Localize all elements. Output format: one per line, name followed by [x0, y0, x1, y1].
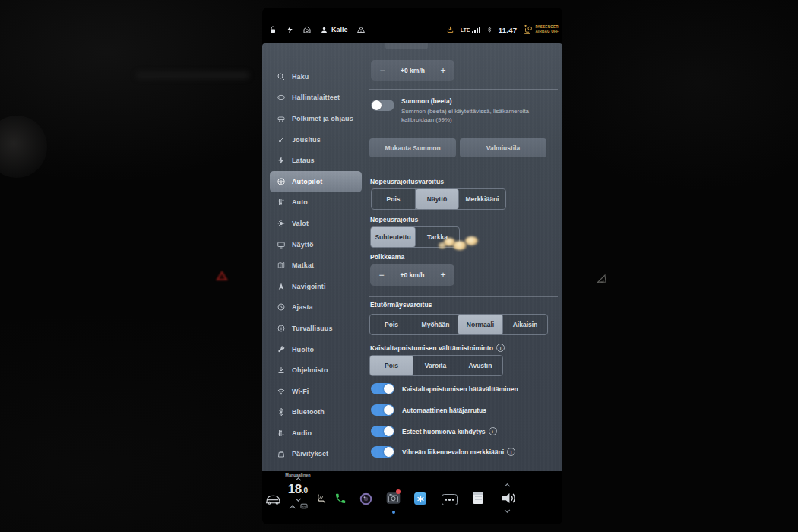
sidebar-item-navigointi[interactable]: Navigointi [270, 276, 362, 297]
sidebar-item-ajasta[interactable]: Ajasta [270, 297, 362, 318]
segment-option-avustin[interactable]: Avustin [458, 356, 502, 375]
sidebar-label: Haku [292, 73, 309, 81]
phone-app-icon[interactable] [334, 492, 347, 505]
info-icon[interactable] [489, 427, 497, 435]
dashcam-app-icon[interactable] [359, 492, 372, 505]
sidebar-item-autopilot[interactable]: Autopilot [270, 171, 362, 192]
toggle-label: Automaattinen hätäjarrutus [402, 407, 486, 414]
obstacle-aware-acceleration-toggle[interactable] [371, 426, 394, 437]
sidebar-item-matkat[interactable]: Matkat [270, 255, 362, 276]
cellular-status: LTE [461, 26, 480, 33]
climate-control[interactable]: Manuaalinen 18 .0 [279, 473, 317, 509]
segment-option-aikaisin[interactable]: Aikaisin [503, 315, 547, 334]
segment-option-tarkka[interactable]: Tarkka [416, 227, 459, 247]
segment-option-naytto-selected[interactable]: Näyttö [416, 189, 459, 209]
speed-limit-label: Nopeusrajoitus [370, 216, 418, 223]
stepper-value: +0 km/h [393, 271, 432, 279]
temp-down-icon[interactable] [295, 498, 302, 502]
pedals-steering-icon [277, 114, 286, 123]
volume-speaker-icon[interactable] [501, 492, 517, 505]
search-icon [277, 72, 286, 81]
sidebar-item-turvallisuus[interactable]: Turvallisuus [270, 318, 362, 339]
temperature-value[interactable]: 18 .0 [288, 482, 308, 497]
scrolled-control-fragment [385, 43, 428, 49]
info-icon[interactable] [507, 448, 515, 456]
segment-option-suhteutettu-selected[interactable]: Suhteutettu [371, 227, 416, 247]
homelink-icon[interactable] [302, 25, 312, 34]
lane-departure-avoidance-toggle[interactable] [371, 383, 394, 394]
wifi-icon [277, 387, 286, 396]
sidebar-item-auto[interactable]: Auto [270, 192, 362, 214]
automatic-emergency-braking-toggle[interactable] [371, 404, 394, 416]
sidebar-item-naytto[interactable]: Näyttö [270, 234, 362, 255]
rear-defrost-icon[interactable] [300, 503, 308, 509]
passenger-airbag-indicator: PASSENGER AIRBAG OFF [523, 25, 559, 35]
notes-app-icon[interactable] [473, 492, 483, 504]
sidebar-item-audio[interactable]: Audio [270, 423, 362, 444]
segment-option-pois[interactable]: Pois [370, 315, 413, 334]
volume-up-icon[interactable] [504, 483, 511, 487]
green-light-chime-toggle[interactable] [371, 446, 394, 458]
temp-up-icon[interactable] [295, 477, 302, 481]
decrease-button[interactable]: − [370, 270, 393, 280]
sidebar-label: Näyttö [292, 241, 314, 249]
front-defrost-icon[interactable] [289, 503, 296, 509]
driver-profile[interactable]: Kalle [320, 26, 348, 34]
bottom-dock: Manuaalinen 18 .0 [262, 471, 562, 524]
software-update-icon[interactable] [446, 25, 454, 34]
segment-option-myohaan[interactable]: Myöhään [413, 315, 458, 334]
sidebar-label: Päivitykset [292, 450, 328, 458]
seat-heater-icon[interactable] [315, 493, 327, 505]
sidebar-item-valot[interactable]: Valot [270, 213, 362, 234]
segment-option-pois-selected[interactable]: Pois [370, 356, 413, 375]
sidebar-item-huolto[interactable]: Huolto [270, 339, 362, 360]
customize-summon-button[interactable]: Mukauta Summon [369, 138, 456, 157]
zoom-app-icon[interactable] [414, 492, 426, 505]
sidebar-item-haku[interactable]: Haku [270, 66, 362, 87]
offset-stepper: − +0 km/h + [370, 264, 454, 286]
sidebar-item-hallintalaitteet[interactable]: Hallintalaitteet [270, 87, 362, 109]
sidebar-label: Turvallisuus [292, 325, 333, 332]
upgrades-bag-icon [277, 449, 286, 458]
sidebar-item-lataus[interactable]: Lataus [270, 150, 362, 171]
sun-glare-spot [465, 236, 478, 245]
sidebar-item-ohjelmisto[interactable]: Ohjelmisto [270, 359, 362, 381]
speed-warning-segmented: Pois Näyttö Merkkiääni [371, 188, 506, 210]
speed-limit-segmented: Suhteutettu Tarkka [370, 226, 460, 248]
standby-mode-button[interactable]: Valmiustila [460, 138, 546, 157]
unlocked-icon[interactable] [268, 25, 277, 34]
sidebar-item-wifi[interactable]: Wi-Fi [270, 381, 362, 402]
lane-departure-label: Kaistaltapoistumisen välttämistoiminto [370, 344, 505, 352]
sidebar-item-jousitus[interactable]: Jousitus [270, 129, 362, 150]
temp-integer: 18 [288, 482, 302, 497]
sidebar-item-bluetooth[interactable]: Bluetooth [270, 402, 362, 423]
segment-option-merkkiaani[interactable]: Merkkiääni [459, 189, 505, 209]
bluetooth-icon [277, 407, 286, 416]
sidebar-item-paivitykset[interactable]: Päivitykset [270, 444, 362, 465]
dashboard-reflection [135, 71, 249, 79]
increase-button[interactable]: + [432, 270, 454, 280]
summon-toggle[interactable] [371, 100, 394, 111]
increase-button[interactable]: + [432, 65, 454, 76]
lane-departure-avoidance-row: Kaistaltapoistumisen hätävälttäminen [371, 383, 518, 394]
settings-sidebar: Haku Hallintalaitteet Polkimet ja ohjaus… [270, 66, 366, 464]
sidebar-label: Valot [292, 220, 309, 227]
segment-option-pois[interactable]: Pois [372, 189, 416, 209]
segment-option-normaali-selected[interactable]: Normaali [458, 315, 503, 334]
sidebar-label: Ajasta [292, 303, 313, 311]
sidebar-item-polkimet-ja-ohjaus[interactable]: Polkimet ja ohjaus [270, 108, 362, 129]
bluetooth-status-icon[interactable] [486, 25, 492, 34]
segment-option-varoita[interactable]: Varoita [413, 356, 458, 375]
signal-bars-icon [472, 26, 480, 33]
decrease-button[interactable]: − [371, 65, 394, 76]
info-icon[interactable] [496, 344, 505, 352]
sidebar-label: Lataus [292, 157, 315, 164]
status-bar-left: Kalle [268, 20, 366, 40]
volume-down-icon[interactable] [504, 509, 511, 513]
autopilot-settings-content: − +0 km/h + Summon (beeta) Summon (beeta… [369, 43, 559, 471]
app-launcher-icon[interactable] [442, 494, 458, 505]
navigation-arrow-icon [277, 282, 286, 291]
warning-triangle-icon[interactable] [356, 25, 366, 34]
tesla-touchscreen: Kalle LTE 11.47 PASSENGER AIRBAG OFF [262, 8, 562, 524]
hazard-light-button[interactable] [216, 271, 228, 280]
